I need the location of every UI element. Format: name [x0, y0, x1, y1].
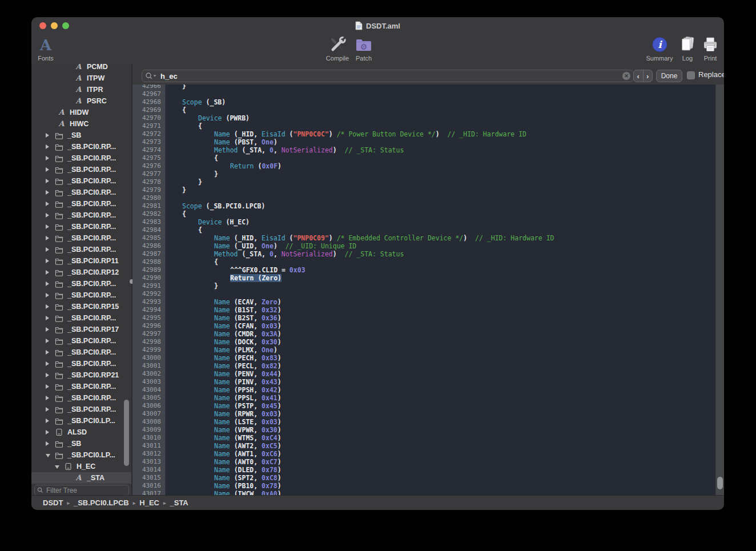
tree-item[interactable]: _SB.PCI0.RP...: [31, 232, 131, 244]
disclosure-triangle-icon[interactable]: [46, 316, 49, 320]
disclosure-triangle-icon[interactable]: [46, 224, 49, 229]
tree-item[interactable]: _SB.PCI0.RP21: [31, 369, 131, 381]
tree-item[interactable]: APSRC: [31, 95, 131, 107]
disclosure-triangle-icon[interactable]: [46, 373, 49, 377]
tree-item[interactable]: _SB.PCI0.RP...: [31, 187, 131, 198]
log-button[interactable]: Log: [679, 35, 695, 62]
find-next-button[interactable]: ›: [644, 70, 653, 82]
disclosure-triangle-icon[interactable]: [55, 465, 59, 469]
disclosure-triangle-icon[interactable]: [46, 454, 50, 457]
code-editor[interactable]: 42966}4296742968Scope (_SB)42969{42970De…: [132, 85, 724, 496]
code-line[interactable]: 42967: [132, 90, 715, 98]
code-line[interactable]: 42976Return (0x0F): [132, 162, 715, 170]
code-line[interactable]: 43002Name (PENV, 0x44): [132, 370, 715, 378]
code-line[interactable]: 43005Name (PPSL, 0x41): [132, 394, 715, 402]
code-line[interactable]: 42980: [132, 194, 715, 202]
code-line[interactable]: 42979}: [132, 186, 715, 194]
code-line[interactable]: 42968Scope (_SB): [132, 98, 715, 106]
title-bar[interactable]: DSDT.aml: [31, 17, 724, 34]
tree-item[interactable]: _SB.PCI0.RP17: [31, 324, 131, 335]
code-line[interactable]: 43004Name (PPSH, 0x42): [132, 386, 715, 394]
tree-item[interactable]: ALSD: [31, 427, 131, 438]
disclosure-triangle-icon[interactable]: [46, 167, 49, 172]
summary-button[interactable]: i Summary: [646, 35, 673, 62]
tree-item[interactable]: _SB.PCI0.RP...: [31, 210, 131, 221]
code-line[interactable]: 43011Name (AWT2, 0xC5): [132, 442, 715, 450]
tree-item[interactable]: _SB.PCI0.RP...: [31, 392, 131, 404]
code-line[interactable]: 42990Return (Zero): [132, 274, 715, 282]
disclosure-triangle-icon[interactable]: [46, 156, 49, 160]
fonts-button[interactable]: A Fonts: [38, 35, 54, 62]
patch-button[interactable]: ⚙ Patch: [355, 35, 373, 62]
editor-scrollbar-thumb[interactable]: [717, 477, 723, 489]
code-line[interactable]: 42970Device (PWRB): [132, 114, 715, 122]
code-line[interactable]: 43003Name (PINV, 0x43): [132, 378, 715, 386]
code-line[interactable]: 42992: [132, 290, 715, 298]
disclosure-triangle-icon[interactable]: [46, 202, 49, 206]
breadcrumb-item[interactable]: _STA: [170, 498, 188, 507]
disclosure-triangle-icon[interactable]: [46, 236, 49, 240]
code-line[interactable]: 42978}: [132, 178, 715, 186]
tree-item[interactable]: AHIDW: [31, 107, 131, 118]
code-line[interactable]: 42993Name (ECAV, Zero): [132, 298, 715, 306]
code-line[interactable]: 42991}: [132, 282, 715, 290]
tree-item[interactable]: _SB.PCI0.RP...: [31, 244, 131, 255]
disclosure-triangle-icon[interactable]: [46, 259, 49, 263]
code-line[interactable]: 42995Name (B2ST, 0x36): [132, 314, 715, 322]
replace-checkbox[interactable]: [687, 71, 695, 79]
code-line[interactable]: 42973Name (PBST, One): [132, 138, 715, 146]
editor-scrollbar-track[interactable]: [715, 85, 724, 496]
code-line[interactable]: 43016Name (PB10, 0x78): [132, 482, 715, 490]
tree-item[interactable]: AITPR: [31, 84, 131, 95]
tree-item[interactable]: _SB.PCI0.RP...: [31, 381, 131, 392]
tree-item[interactable]: AITPW: [31, 73, 131, 84]
code-line[interactable]: 42987Method (_STA, 0, NotSerialized) // …: [132, 250, 715, 258]
code-line[interactable]: 43010Name (WTMS, 0xC4): [132, 434, 715, 442]
tree-item[interactable]: _SB.PCI0.RP12: [31, 267, 131, 278]
tree-item[interactable]: _SB.PCI0.RP...: [31, 221, 131, 232]
breadcrumb-item[interactable]: H_EC: [139, 498, 159, 507]
code-line[interactable]: 43000Name (PECH, 0x83): [132, 354, 715, 362]
disclosure-triangle-icon[interactable]: [46, 281, 49, 286]
clear-search-icon[interactable]: ✕: [622, 72, 630, 80]
code-line[interactable]: 43015Name (SPT2, 0xC8): [132, 474, 715, 482]
code-line[interactable]: 43001Name (PECL, 0x82): [132, 362, 715, 370]
find-input[interactable]: [159, 71, 620, 81]
tree-item[interactable]: _SB.PCI0.RP...: [31, 164, 131, 175]
tree-item[interactable]: _SB.PCI0.RP...: [31, 312, 131, 324]
code-line[interactable]: 42986Name (_UID, One) // _UID: Unique ID: [132, 242, 715, 250]
compile-button[interactable]: Compile: [326, 35, 349, 62]
tree-item[interactable]: _SB.PCI0.LP...: [31, 449, 131, 461]
tree-item[interactable]: APCMD: [31, 64, 131, 73]
tree-item[interactable]: _SB.PCI0.RP...: [31, 152, 131, 164]
code-line[interactable]: 43012Name (AWT1, 0xC6): [132, 450, 715, 458]
code-line[interactable]: 42974Method (_STA, 0, NotSerialized) // …: [132, 146, 715, 154]
search-menu-icon[interactable]: [145, 72, 157, 80]
tree-item[interactable]: _SB.PCI0.RP...: [31, 289, 131, 301]
breadcrumb-item[interactable]: _SB.PCI0.LPCB: [74, 498, 129, 507]
code-line[interactable]: 42989^^^GFX0.CLID = 0x03: [132, 266, 715, 274]
disclosure-triangle-icon[interactable]: [46, 419, 49, 423]
code-line[interactable]: 42998Name (DOCK, 0x30): [132, 338, 715, 346]
code-line[interactable]: 42966}: [132, 85, 715, 90]
tree-item[interactable]: H_EC: [31, 461, 131, 472]
filter-tree-field[interactable]: [34, 485, 129, 496]
disclosure-triangle-icon[interactable]: [46, 293, 49, 297]
tree-item[interactable]: _SB.PCI0.RP...: [31, 358, 131, 369]
tree-item[interactable]: _SB.PCI0.RP15: [31, 301, 131, 312]
code-line[interactable]: 42988{: [132, 258, 715, 266]
tree-item[interactable]: _SB.PCI0.RP...: [31, 141, 131, 152]
code-line[interactable]: 42997Name (CMDR, 0x3A): [132, 330, 715, 338]
tree-item[interactable]: _SB.PCI0.RP...: [31, 347, 131, 358]
code-line[interactable]: 43013Name (AWT0, 0xC7): [132, 458, 715, 466]
code-line[interactable]: 43006Name (PSTP, 0x45): [132, 402, 715, 410]
disclosure-triangle-icon[interactable]: [46, 304, 49, 309]
filter-tree-input[interactable]: [45, 486, 126, 495]
find-previous-button[interactable]: ‹: [634, 70, 644, 82]
find-field[interactable]: ✕: [142, 70, 634, 82]
tree-item[interactable]: _SB.PCI0.RP...: [31, 335, 131, 347]
code-line[interactable]: 43009Name (VPWR, 0x30): [132, 426, 715, 434]
tree-item[interactable]: _SB.PCI0.RP...: [31, 198, 131, 210]
code-line[interactable]: 42971{: [132, 122, 715, 130]
tree-item[interactable]: _SB.PCI0.RP11: [31, 255, 131, 267]
